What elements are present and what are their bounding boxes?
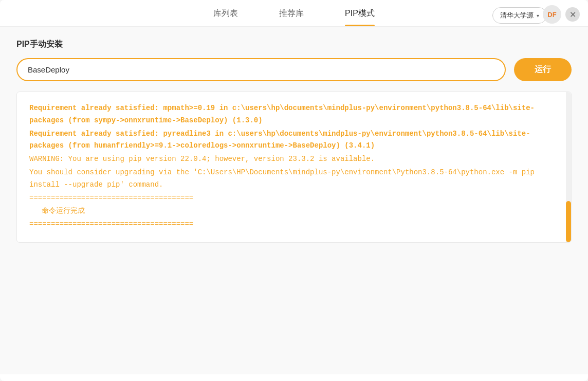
source-label: 清华大学源	[500, 11, 534, 20]
pip-input[interactable]	[16, 58, 506, 81]
tab-pip-mode[interactable]: PIP模式	[345, 8, 375, 26]
terminal-line-1: Requirement already satisfied: pyreadlin…	[29, 128, 559, 153]
terminal-line-4: ======================================	[29, 192, 559, 205]
terminal-output: Requirement already satisfied: mpmath>=0…	[16, 92, 572, 243]
input-row: 运行	[16, 58, 572, 81]
main-container: 库列表 推荐库 PIP模式 清华大学源 ▾ DF ✕ PIP手动安装 运行 Re…	[0, 0, 588, 381]
top-bar: DF ✕	[535, 0, 588, 29]
terminal-line-2: WARNING: You are using pip version 22.0.…	[29, 153, 559, 166]
terminal-line-0: Requirement already satisfied: mpmath>=0…	[29, 102, 559, 127]
terminal-line-6: ======================================	[29, 219, 559, 231]
tab-recommended[interactable]: 推荐库	[279, 8, 304, 26]
close-button[interactable]: ✕	[565, 7, 580, 22]
tab-library-list[interactable]: 库列表	[213, 8, 238, 26]
pip-section-title: PIP手动安装	[16, 39, 572, 50]
run-button[interactable]: 运行	[514, 58, 572, 81]
avatar: DF	[543, 5, 561, 24]
content-area: PIP手动安装 运行 Requirement already satisfied…	[0, 27, 588, 374]
terminal-line-5: 命令运行完成	[42, 205, 559, 217]
scrollbar-track	[566, 92, 571, 242]
scrollbar-thumb[interactable]	[566, 201, 571, 242]
terminal-line-3: You should consider upgrading via the 'C…	[29, 167, 559, 191]
